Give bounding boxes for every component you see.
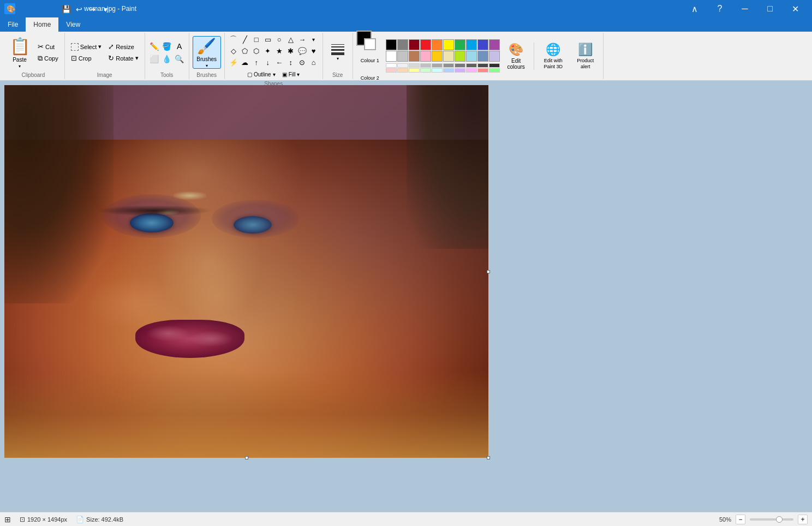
ext-color-3[interactable] [409,63,420,68]
shape-cloud[interactable]: ☁ [240,57,250,68]
shape-rect[interactable]: □ [251,34,262,45]
rotate-button[interactable]: ↻ Rotate ▾ [105,53,141,64]
canvas-handle-bm[interactable] [245,456,248,459]
ext-color-13[interactable] [409,68,420,73]
ext-color-4[interactable] [420,63,431,68]
zoom-slider[interactable] [750,518,793,521]
magnifier-tool[interactable]: 🔍 [174,53,186,65]
edit-paint3d-button[interactable]: 🌐 Edit with Paint 3D [538,40,569,73]
ext-color-12[interactable] [397,68,408,73]
fill-shape-button[interactable]: ▣ Fill ▾ [279,69,303,80]
ext-color-6[interactable] [443,63,454,68]
color-green[interactable] [455,39,465,50]
shape-downarrow[interactable]: ↓ [262,57,273,68]
ext-color-2[interactable] [397,63,408,68]
color-red[interactable] [420,39,431,50]
ext-color-11[interactable] [386,68,397,73]
color-lavender[interactable] [489,51,500,62]
ext-color-15[interactable] [432,68,443,73]
ext-color-9[interactable] [477,63,488,68]
shape-triangle[interactable]: △ [285,34,296,45]
shape-curve[interactable]: ⌒ [228,34,239,45]
zoom-out-button[interactable]: − [736,515,745,524]
color-cyan[interactable] [466,39,477,50]
tab-file[interactable]: File [0,17,26,32]
canvas-handle-br[interactable] [487,456,490,459]
shape-roundrect[interactable]: ▭ [262,34,273,45]
zoom-thumb[interactable] [776,516,783,523]
color-lime[interactable] [455,51,465,62]
color-cream[interactable] [443,51,454,62]
shape-4wayarrow[interactable]: ↕ [285,57,296,68]
ext-color-14[interactable] [420,68,431,73]
color-purple[interactable] [489,39,500,50]
undo-button[interactable]: ↩ [73,3,85,15]
canvas-handle-mr[interactable] [487,270,490,273]
redo-button[interactable]: ↪ [86,3,98,15]
tab-home[interactable]: Home [26,17,58,32]
color-picker-tool[interactable]: 💧 [161,53,173,65]
shape-star5[interactable]: ★ [274,45,285,56]
ext-color-7[interactable] [455,63,465,68]
canvas-area[interactable] [0,81,812,512]
brushes-button[interactable]: 🖌️ Brushes ▾ [193,36,221,69]
color-lightgray[interactable] [397,51,408,62]
ribbon-toggle-button[interactable]: ∧ [682,0,707,17]
colour2-box[interactable] [364,38,376,50]
color-lightblue[interactable] [466,51,477,62]
shape-leftarrow[interactable]: ← [274,57,285,68]
crop-button[interactable]: ⊡ Crop [68,53,105,64]
cut-button[interactable]: ✂ Cut [35,41,61,52]
shape-callout[interactable]: 💬 [297,45,308,56]
text-tool[interactable]: A [174,40,186,52]
ext-color-1[interactable] [386,63,397,68]
size-button[interactable]: ▾ [326,36,349,69]
tab-view[interactable]: View [58,17,88,32]
eraser-tool[interactable]: ⬜ [148,53,160,65]
shape-line[interactable]: ╱ [240,34,250,45]
ext-color-19[interactable] [477,68,488,73]
color-darkred[interactable] [409,39,420,50]
shape-star6[interactable]: ✱ [285,45,296,56]
ext-color-17[interactable] [455,68,465,73]
shapes-more[interactable]: ▾ [308,34,319,45]
color-yellow[interactable] [443,39,454,50]
fill-tool[interactable]: 🪣 [161,40,173,52]
edit-colours-button[interactable]: 🎨 Edit colours [502,40,530,73]
shape-heart[interactable]: ♥ [308,45,319,56]
shape-cylinder[interactable]: ⊙ [297,57,308,68]
shape-pentagon[interactable]: ⬠ [240,45,250,56]
outline-button[interactable]: ▢ Outline ▾ [244,69,278,80]
help-button[interactable]: ? [707,0,732,17]
copy-button[interactable]: ⧉ Copy [35,53,61,64]
shape-rightarrow[interactable]: → [297,34,308,45]
zoom-in-button[interactable]: + [798,515,808,524]
color-gray[interactable] [397,39,408,50]
color-black[interactable] [386,39,397,50]
pencil-tool[interactable]: ✏️ [148,40,160,52]
shape-extra[interactable]: ⌂ [308,57,319,68]
color-tan[interactable] [409,51,420,62]
ext-color-10[interactable] [489,63,500,68]
shape-star4[interactable]: ✦ [262,45,273,56]
minimize-button[interactable]: ─ [732,0,757,17]
ext-color-16[interactable] [443,68,454,73]
shape-ellipse[interactable]: ○ [274,34,285,45]
shape-diamond[interactable]: ◇ [228,45,239,56]
close-button[interactable]: ✕ [783,0,808,17]
ext-color-20[interactable] [489,68,500,73]
ext-color-8[interactable] [466,63,477,68]
canvas-image[interactable] [4,85,488,458]
ext-color-5[interactable] [432,63,443,68]
product-alert-button[interactable]: ℹ️ Product alert [571,40,600,73]
quick-access-dropdown[interactable]: ▾ [99,3,111,15]
shape-lightning[interactable]: ⚡ [228,57,239,68]
shape-uparrow[interactable]: ↑ [251,57,262,68]
select-button[interactable]: Select ▾ [68,41,105,52]
maximize-button[interactable]: □ [757,0,783,17]
ext-color-18[interactable] [466,68,477,73]
resize-button[interactable]: ⤢ Resize [105,41,141,52]
shape-hexagon[interactable]: ⬡ [251,45,262,56]
color-blue[interactable] [477,39,488,50]
save-button[interactable]: 💾 [60,3,72,15]
